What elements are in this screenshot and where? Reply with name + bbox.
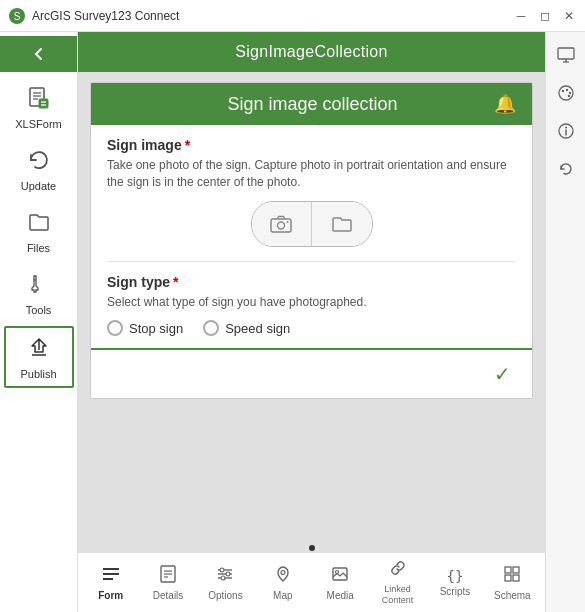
svg-rect-31	[505, 567, 511, 573]
app-header: SignImageCollection	[78, 32, 545, 72]
card-footer: ✓	[91, 348, 532, 398]
tab-form-icon	[101, 565, 121, 588]
svg-point-14	[287, 221, 289, 223]
svg-point-45	[565, 127, 567, 129]
tab-scripts-icon: {}	[447, 568, 464, 584]
tab-details-label: Details	[153, 590, 184, 601]
tab-linked-content[interactable]: Linked Content	[369, 553, 426, 612]
svg-point-13	[278, 222, 285, 229]
tab-map-icon	[274, 565, 292, 588]
publish-icon	[27, 336, 51, 366]
svg-point-42	[567, 95, 569, 97]
tab-scripts[interactable]: {} Scripts	[426, 553, 483, 612]
files-label: Files	[27, 242, 50, 254]
media-button-group	[251, 201, 373, 247]
tab-schema[interactable]: Schema	[484, 553, 541, 612]
bottom-tabs: Form Details	[78, 552, 545, 612]
tab-form-label: Form	[98, 590, 123, 601]
xlsform-icon	[27, 86, 51, 116]
sidebar-item-tools[interactable]: Tools	[4, 264, 74, 322]
tab-details[interactable]: Details	[139, 553, 196, 612]
back-icon	[31, 46, 47, 62]
sign-type-hint: Select what type of sign you have photog…	[107, 294, 516, 311]
svg-text:S: S	[14, 11, 21, 22]
info-icon[interactable]	[551, 116, 581, 146]
radio-label-stop: Stop sign	[129, 321, 183, 336]
sidebar: XLSForm Update Files	[0, 32, 78, 612]
files-icon	[27, 210, 51, 240]
svg-rect-32	[513, 567, 519, 573]
checkmark-button[interactable]: ✓	[486, 358, 518, 390]
sidebar-item-update[interactable]: Update	[4, 140, 74, 198]
title-bar: S ArcGIS Survey123 Connect ─ ◻ ✕	[0, 0, 585, 32]
tab-map[interactable]: Map	[254, 553, 311, 612]
tab-map-label: Map	[273, 590, 292, 601]
sign-type-options: Stop sign Speed sign	[107, 320, 516, 336]
app-icon: S	[8, 7, 26, 25]
survey-card: Sign image collection 🔔 Sign image* Take…	[90, 82, 533, 399]
tab-media[interactable]: Media	[312, 553, 369, 612]
sign-type-label: Sign type*	[107, 274, 516, 290]
svg-rect-29	[333, 568, 347, 580]
window-controls: ─ ◻ ✕	[513, 8, 577, 24]
update-icon	[27, 148, 51, 178]
sidebar-item-xlsform[interactable]: XLSForm	[4, 78, 74, 136]
svg-rect-35	[558, 48, 574, 59]
folder-button[interactable]	[312, 202, 372, 246]
minimize-button[interactable]: ─	[513, 8, 529, 24]
svg-point-28	[281, 570, 285, 574]
tab-options-label: Options	[208, 590, 242, 601]
sign-image-hint: Take one photo of the sign. Capture phot…	[107, 157, 516, 191]
tab-details-icon	[159, 565, 177, 588]
tab-linked-content-icon	[389, 559, 407, 582]
svg-point-25	[220, 568, 224, 572]
card-title: Sign image collection	[131, 94, 494, 115]
radio-label-speed: Speed sign	[225, 321, 290, 336]
radio-stop-sign[interactable]: Stop sign	[107, 320, 183, 336]
svg-point-41	[568, 92, 570, 94]
restore-button[interactable]: ◻	[537, 8, 553, 24]
svg-rect-34	[513, 575, 519, 581]
svg-rect-33	[505, 575, 511, 581]
tab-linked-content-label: Linked Content	[371, 584, 424, 606]
content-area: SignImageCollection Sign image collectio…	[78, 32, 545, 612]
app-title: ArcGIS Survey123 Connect	[32, 9, 513, 23]
dot-indicator	[78, 544, 545, 552]
back-button[interactable]	[0, 36, 77, 72]
tab-options[interactable]: Options	[197, 553, 254, 612]
radio-circle-speed	[203, 320, 219, 336]
card-header: Sign image collection 🔔	[91, 83, 532, 125]
tab-form[interactable]: Form	[82, 553, 139, 612]
svg-point-40	[565, 89, 567, 91]
tab-schema-label: Schema	[494, 590, 531, 601]
tab-schema-icon	[503, 565, 521, 588]
svg-point-26	[226, 572, 230, 576]
update-label: Update	[21, 180, 56, 192]
radio-speed-sign[interactable]: Speed sign	[203, 320, 290, 336]
tools-icon	[27, 272, 51, 302]
monitor-icon[interactable]	[551, 40, 581, 70]
svg-rect-6	[39, 99, 48, 108]
card-body: Sign image* Take one photo of the sign. …	[91, 125, 532, 348]
right-panel	[545, 32, 585, 612]
close-button[interactable]: ✕	[561, 8, 577, 24]
svg-point-39	[561, 90, 563, 92]
tab-options-icon	[216, 565, 234, 588]
palette-icon[interactable]	[551, 78, 581, 108]
svg-rect-12	[271, 219, 291, 232]
refresh-icon[interactable]	[551, 154, 581, 184]
xlsform-label: XLSForm	[15, 118, 61, 130]
camera-button[interactable]	[252, 202, 312, 246]
field-divider	[107, 261, 516, 262]
dot-0	[309, 545, 315, 551]
app-layout: XLSForm Update Files	[0, 32, 585, 612]
sidebar-item-publish[interactable]: Publish	[4, 326, 74, 388]
app-header-title: SignImageCollection	[235, 43, 387, 61]
publish-label: Publish	[20, 368, 56, 380]
media-buttons	[107, 201, 516, 247]
tools-label: Tools	[26, 304, 52, 316]
sign-image-label: Sign image*	[107, 137, 516, 153]
sidebar-item-files[interactable]: Files	[4, 202, 74, 260]
main-content: Sign image collection 🔔 Sign image* Take…	[78, 72, 545, 544]
svg-point-27	[221, 576, 225, 580]
